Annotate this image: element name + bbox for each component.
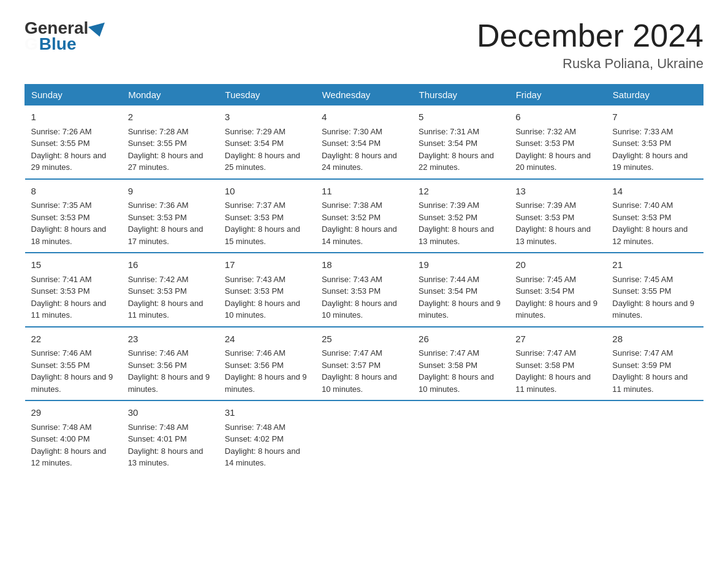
- day-daylight: Daylight: 8 hours and 9 minutes.: [31, 372, 113, 394]
- day-sunrise: Sunrise: 7:39 AM: [419, 201, 479, 210]
- day-number: 13: [515, 185, 600, 199]
- table-row: 13 Sunrise: 7:39 AM Sunset: 3:53 PM Dayl…: [509, 179, 606, 253]
- day-daylight: Daylight: 8 hours and 9 minutes.: [419, 299, 501, 320]
- table-row: 7 Sunrise: 7:33 AM Sunset: 3:53 PM Dayli…: [606, 105, 703, 179]
- day-sunrise: Sunrise: 7:47 AM: [419, 348, 479, 358]
- calendar-week-row: 29 Sunrise: 7:48 AM Sunset: 4:00 PM Dayl…: [25, 400, 703, 474]
- table-row: 12 Sunrise: 7:39 AM Sunset: 3:52 PM Dayl…: [412, 179, 509, 253]
- header-friday: Friday: [509, 85, 606, 105]
- day-sunset: Sunset: 3:52 PM: [322, 213, 381, 222]
- day-number: 26: [419, 332, 503, 347]
- logo: General G Blue: [25, 18, 108, 54]
- table-row: 18 Sunrise: 7:43 AM Sunset: 3:53 PM Dayl…: [316, 253, 412, 327]
- day-number: 12: [419, 185, 503, 199]
- day-number: 17: [225, 258, 309, 272]
- table-row: 30 Sunrise: 7:48 AM Sunset: 4:01 PM Dayl…: [122, 400, 219, 474]
- day-daylight: Daylight: 8 hours and 9 minutes.: [515, 299, 597, 320]
- day-sunrise: Sunrise: 7:38 AM: [322, 201, 382, 210]
- day-daylight: Daylight: 8 hours and 13 minutes.: [419, 224, 494, 246]
- table-row: 11 Sunrise: 7:38 AM Sunset: 3:52 PM Dayl…: [316, 179, 412, 253]
- day-sunrise: Sunrise: 7:47 AM: [515, 348, 576, 358]
- day-number: 18: [322, 258, 406, 272]
- day-number: 21: [612, 258, 697, 272]
- day-sunset: Sunset: 3:55 PM: [31, 139, 90, 148]
- table-row: 14 Sunrise: 7:40 AM Sunset: 3:53 PM Dayl…: [606, 179, 703, 253]
- day-sunrise: Sunrise: 7:46 AM: [225, 348, 286, 358]
- table-row: 16 Sunrise: 7:42 AM Sunset: 3:53 PM Dayl…: [122, 253, 219, 327]
- header-sunday: Sunday: [25, 85, 122, 105]
- day-number: 29: [31, 406, 116, 420]
- day-sunrise: Sunrise: 7:28 AM: [128, 127, 189, 136]
- day-number: 24: [225, 332, 309, 347]
- day-sunrise: Sunrise: 7:45 AM: [515, 275, 576, 284]
- table-row: 3 Sunrise: 7:29 AM Sunset: 3:54 PM Dayli…: [219, 105, 316, 179]
- table-row: 29 Sunrise: 7:48 AM Sunset: 4:00 PM Dayl…: [25, 400, 122, 474]
- day-sunrise: Sunrise: 7:43 AM: [322, 275, 382, 284]
- day-sunrise: Sunrise: 7:45 AM: [612, 275, 673, 284]
- table-row: 4 Sunrise: 7:30 AM Sunset: 3:54 PM Dayli…: [316, 105, 412, 179]
- day-sunset: Sunset: 3:53 PM: [612, 213, 671, 222]
- calendar-subtitle: Ruska Poliana, Ukraine: [477, 56, 703, 72]
- calendar-week-row: 15 Sunrise: 7:41 AM Sunset: 3:53 PM Dayl…: [25, 253, 703, 327]
- day-sunrise: Sunrise: 7:48 AM: [128, 423, 189, 432]
- day-sunset: Sunset: 3:53 PM: [225, 286, 284, 296]
- day-number: 1: [31, 110, 116, 124]
- table-row: 28 Sunrise: 7:47 AM Sunset: 3:59 PM Dayl…: [606, 327, 703, 401]
- day-daylight: Daylight: 8 hours and 17 minutes.: [128, 224, 203, 246]
- day-sunset: Sunset: 3:53 PM: [322, 286, 381, 296]
- table-row: 24 Sunrise: 7:46 AM Sunset: 3:56 PM Dayl…: [219, 327, 316, 401]
- header-thursday: Thursday: [412, 85, 509, 105]
- table-row: [606, 400, 703, 474]
- table-row: 2 Sunrise: 7:28 AM Sunset: 3:55 PM Dayli…: [122, 105, 219, 179]
- day-daylight: Daylight: 8 hours and 18 minutes.: [31, 224, 107, 246]
- day-number: 9: [128, 185, 213, 199]
- day-sunrise: Sunrise: 7:32 AM: [515, 127, 576, 136]
- day-daylight: Daylight: 8 hours and 11 minutes.: [515, 372, 591, 394]
- header-monday: Monday: [122, 85, 219, 105]
- day-number: 7: [612, 110, 697, 124]
- day-sunset: Sunset: 3:54 PM: [322, 139, 381, 148]
- day-daylight: Daylight: 8 hours and 12 minutes.: [31, 446, 107, 468]
- table-row: 23 Sunrise: 7:46 AM Sunset: 3:56 PM Dayl…: [122, 327, 219, 401]
- table-row: 8 Sunrise: 7:35 AM Sunset: 3:53 PM Dayli…: [25, 179, 122, 253]
- day-sunset: Sunset: 3:54 PM: [419, 139, 477, 148]
- day-daylight: Daylight: 8 hours and 27 minutes.: [128, 151, 203, 172]
- day-daylight: Daylight: 8 hours and 10 minutes.: [322, 299, 397, 320]
- day-sunset: Sunset: 3:58 PM: [515, 361, 574, 370]
- day-sunset: Sunset: 3:53 PM: [31, 213, 90, 222]
- day-sunrise: Sunrise: 7:37 AM: [225, 201, 286, 210]
- table-row: [316, 400, 412, 474]
- day-sunset: Sunset: 3:57 PM: [322, 361, 381, 370]
- day-sunset: Sunset: 3:53 PM: [515, 213, 574, 222]
- table-row: 1 Sunrise: 7:26 AM Sunset: 3:55 PM Dayli…: [25, 105, 122, 179]
- day-daylight: Daylight: 8 hours and 14 minutes.: [225, 446, 300, 468]
- day-number: 20: [515, 258, 600, 272]
- day-daylight: Daylight: 8 hours and 11 minutes.: [612, 372, 688, 394]
- day-daylight: Daylight: 8 hours and 22 minutes.: [419, 151, 494, 172]
- table-row: 22 Sunrise: 7:46 AM Sunset: 3:55 PM Dayl…: [25, 327, 122, 401]
- calendar-week-row: 1 Sunrise: 7:26 AM Sunset: 3:55 PM Dayli…: [25, 105, 703, 179]
- table-row: 6 Sunrise: 7:32 AM Sunset: 3:53 PM Dayli…: [509, 105, 606, 179]
- day-sunrise: Sunrise: 7:40 AM: [612, 201, 673, 210]
- day-number: 6: [515, 110, 600, 124]
- day-daylight: Daylight: 8 hours and 13 minutes.: [128, 446, 203, 468]
- day-sunrise: Sunrise: 7:26 AM: [31, 127, 92, 136]
- day-sunrise: Sunrise: 7:47 AM: [322, 348, 382, 358]
- table-row: 9 Sunrise: 7:36 AM Sunset: 3:53 PM Dayli…: [122, 179, 219, 253]
- day-number: 31: [225, 406, 309, 420]
- table-row: 17 Sunrise: 7:43 AM Sunset: 3:53 PM Dayl…: [219, 253, 316, 327]
- day-daylight: Daylight: 8 hours and 15 minutes.: [225, 224, 300, 246]
- day-number: 10: [225, 185, 309, 199]
- day-sunset: Sunset: 3:55 PM: [612, 286, 671, 296]
- day-sunset: Sunset: 4:01 PM: [128, 434, 187, 443]
- logo-arrow-icon: [88, 23, 108, 39]
- day-sunrise: Sunrise: 7:42 AM: [128, 275, 189, 284]
- table-row: [509, 400, 606, 474]
- table-row: 25 Sunrise: 7:47 AM Sunset: 3:57 PM Dayl…: [316, 327, 412, 401]
- day-number: 19: [419, 258, 503, 272]
- day-daylight: Daylight: 8 hours and 9 minutes.: [612, 299, 694, 320]
- day-daylight: Daylight: 8 hours and 19 minutes.: [612, 151, 688, 172]
- day-number: 8: [31, 185, 116, 199]
- day-sunset: Sunset: 3:54 PM: [419, 286, 477, 296]
- day-daylight: Daylight: 8 hours and 9 minutes.: [128, 372, 210, 394]
